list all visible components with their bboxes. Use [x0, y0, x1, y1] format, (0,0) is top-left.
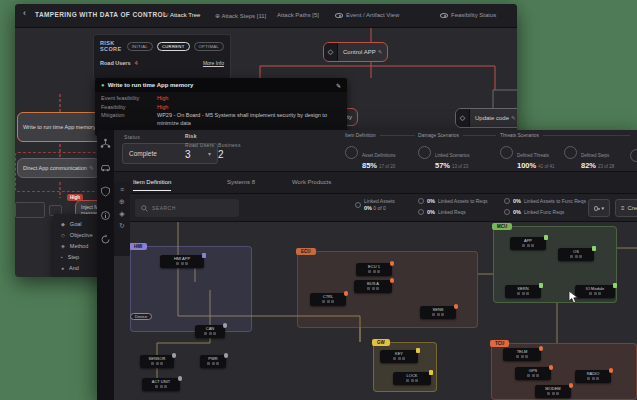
risk-optimal-button[interactable]: OPTIMAL: [194, 42, 224, 51]
node-status-chip: [549, 365, 554, 370]
back-chevron-icon[interactable]: ‹: [23, 8, 26, 18]
group-badge[interactable]: GW: [372, 339, 390, 346]
group-icon[interactable]: ◈: [119, 210, 124, 217]
device-node[interactable]: Device: [130, 313, 152, 320]
tab-item-definition[interactable]: Item Definition: [133, 179, 171, 191]
node-status-chip: [172, 353, 177, 358]
app-toolbar: SEARCH Linked Assets 0% 0 of 0 0%Linked …: [114, 194, 637, 222]
toggle-feasibility-status[interactable]: Feasibility Status: [440, 12, 496, 18]
shield-nav-icon[interactable]: [100, 186, 111, 197]
graph-node[interactable]: LOCK: [393, 372, 431, 385]
layers-icon[interactable]: ≡: [120, 186, 124, 193]
progress-ring: [355, 202, 361, 208]
risk-score-label: RISK SCORE: [100, 40, 123, 52]
node-icon-row: [503, 355, 541, 358]
node-icon-row: [535, 392, 571, 395]
graph-node[interactable]: RADIO: [575, 370, 611, 383]
node-status-chip: [416, 348, 421, 353]
add-icon[interactable]: ⊕: [119, 198, 125, 205]
tab-attack-paths[interactable]: Attack Paths [5]: [277, 12, 319, 18]
edit-pencil-icon[interactable]: ✎: [378, 49, 383, 55]
risk-current-button[interactable]: CURRENT: [157, 42, 190, 51]
node-icon-row: [142, 385, 180, 388]
node-icon-row: [558, 255, 594, 258]
node-icon-row: [195, 332, 225, 335]
app-window: Status Complete ▾ Risk Road Users 3 Busi…: [97, 130, 637, 400]
and-icon: ●: [61, 265, 64, 271]
sync-nav-icon[interactable]: [100, 234, 111, 245]
group-badge[interactable]: TCU: [490, 340, 509, 347]
plus-circle-icon: ⊕: [215, 13, 220, 19]
info-nav-icon[interactable]: [100, 210, 111, 221]
node-direct-app-communication[interactable]: Direct App communication✎: [17, 158, 100, 178]
graph-node[interactable]: HMI APP: [160, 255, 204, 268]
tab-attack-steps[interactable]: ⊕ Attack Steps [11]: [215, 12, 266, 19]
group-badge[interactable]: MCU: [492, 223, 512, 230]
attack-tree-nav-icon[interactable]: [100, 138, 111, 149]
graph-node[interactable]: BUS A: [354, 280, 392, 293]
node-control-app[interactable]: ◇ Control APP✎: [323, 42, 388, 62]
graph-node[interactable]: TELM: [503, 348, 541, 361]
edit-pencil-icon[interactable]: ✎: [511, 115, 516, 121]
graph-node[interactable]: GPS: [515, 367, 551, 380]
node-icon-row: [310, 300, 346, 303]
graph-tools-panel: ≡ ⊕ ◈ ↻: [114, 182, 130, 256]
list-icon: ≡: [621, 205, 625, 211]
progress-ring: [504, 198, 510, 204]
app-sidebar: [97, 130, 114, 400]
progress-ring: [418, 198, 424, 204]
group-badge[interactable]: ECU: [296, 248, 316, 255]
graph-node[interactable]: ACT UNIT: [142, 378, 180, 391]
node-icon-row: [575, 292, 615, 295]
risk-initial-button[interactable]: INITIAL: [127, 42, 153, 51]
node-status-chip: [592, 246, 597, 251]
diamond-icon: ◇: [324, 43, 338, 61]
graph-node[interactable]: KERN: [505, 285, 541, 298]
graph-node[interactable]: SENS: [420, 306, 456, 319]
mini-node[interactable]: [15, 202, 45, 218]
graph-node[interactable]: CTRL: [310, 293, 346, 306]
metric-asset-definitions: Asset Definitions 85%17 of 20: [345, 143, 396, 170]
road-users-label: Road Users: [100, 60, 131, 66]
node-icon-row: [575, 377, 611, 380]
linked-func-reqs-metric: 0%Linked Func Reqs: [504, 209, 564, 215]
graph-node[interactable]: MODEM: [535, 385, 571, 398]
refresh-icon[interactable]: ↻: [119, 222, 125, 229]
toggle-event-artifact-view[interactable]: Event / Artifact View: [335, 12, 399, 18]
event-feasibility-value: High: [157, 95, 168, 101]
node-label: SENSOR: [140, 355, 174, 362]
status-dot-icon: ●: [101, 82, 105, 88]
node-icon-row: [160, 262, 204, 265]
search-input[interactable]: SEARCH: [135, 199, 239, 217]
road-users-risk-value: 4: [135, 60, 138, 66]
tab-work-products[interactable]: Work Products: [292, 179, 331, 190]
chevron-down-icon: ▾: [208, 150, 211, 157]
create-button[interactable]: ≡Create: [615, 199, 637, 217]
node-status-chip: [569, 383, 574, 388]
graph-node[interactable]: KEY: [380, 350, 418, 363]
node-status-chip: [544, 235, 549, 240]
graph-node[interactable]: ECU 1: [356, 263, 392, 276]
graph-node[interactable]: IO Module: [575, 285, 615, 298]
graph-node[interactable]: OS: [558, 248, 594, 261]
graph-node[interactable]: CAN: [195, 325, 225, 338]
progress-ring: [564, 146, 577, 159]
graph-node[interactable]: SENSOR: [140, 355, 174, 368]
more-info-link[interactable]: More Info: [203, 60, 224, 66]
node-label: CAN: [195, 325, 225, 332]
node-update-code[interactable]: ◇ Update code✎: [455, 108, 517, 128]
metric-defined-threats: Defined Threats 100%41 of 41: [500, 143, 554, 170]
graph-node[interactable]: PWR: [200, 355, 226, 368]
road-users-label: Road Users: [185, 142, 214, 148]
graph-canvas[interactable]: HMIECUMCUGWTCUHMI APPECU 1BUS ACTRLSENSA…: [114, 222, 637, 400]
edit-pencil-icon[interactable]: ✎: [336, 82, 341, 89]
node-write-runtime-memory[interactable]: Write to run time App memory: [17, 112, 107, 142]
view-options-button[interactable]: ▾: [588, 199, 610, 217]
tab-systems[interactable]: Systems 8: [227, 179, 255, 190]
tab-attack-tree[interactable]: ⑂ Attack Tree: [165, 12, 200, 18]
edit-pencil-icon[interactable]: ✎: [89, 165, 94, 171]
graph-node[interactable]: APP: [510, 237, 546, 250]
group-badge[interactable]: HMI: [129, 243, 147, 250]
node-status-chip: [609, 368, 614, 373]
vehicle-nav-icon[interactable]: [100, 162, 111, 173]
